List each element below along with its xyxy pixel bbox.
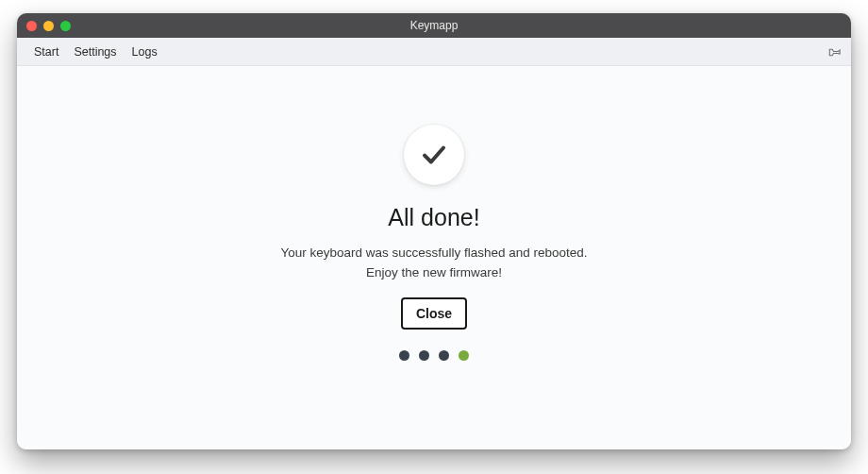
page-title: All done! [388, 204, 479, 231]
window-title: Keymapp [17, 19, 851, 32]
menu-item-start[interactable]: Start [26, 42, 66, 62]
menu-item-logs[interactable]: Logs [125, 42, 165, 62]
progress-dot-3 [439, 350, 449, 361]
close-button[interactable]: Close [401, 297, 467, 330]
pin-icon[interactable] [826, 44, 842, 59]
titlebar: Keymapp [17, 13, 851, 38]
status-message-line-1: Your keyboard was successfully flashed a… [280, 245, 587, 262]
check-icon [404, 125, 464, 185]
window-minimize-button[interactable] [43, 21, 54, 31]
window-maximize-button[interactable] [60, 21, 71, 31]
app-window: Keymapp Start Settings Logs All done! Yo… [17, 13, 851, 449]
window-close-button[interactable] [26, 21, 37, 31]
menubar: Start Settings Logs [17, 38, 851, 66]
status-message-line-2: Enjoy the new firmware! [366, 264, 502, 282]
progress-dot-1 [399, 350, 409, 361]
menu-item-settings[interactable]: Settings [66, 42, 124, 62]
progress-dot-4 [459, 350, 469, 361]
window-controls [26, 21, 71, 31]
progress-dots [399, 350, 469, 361]
main-content: All done! Your keyboard was successfully… [17, 66, 851, 449]
progress-dot-2 [419, 350, 429, 361]
